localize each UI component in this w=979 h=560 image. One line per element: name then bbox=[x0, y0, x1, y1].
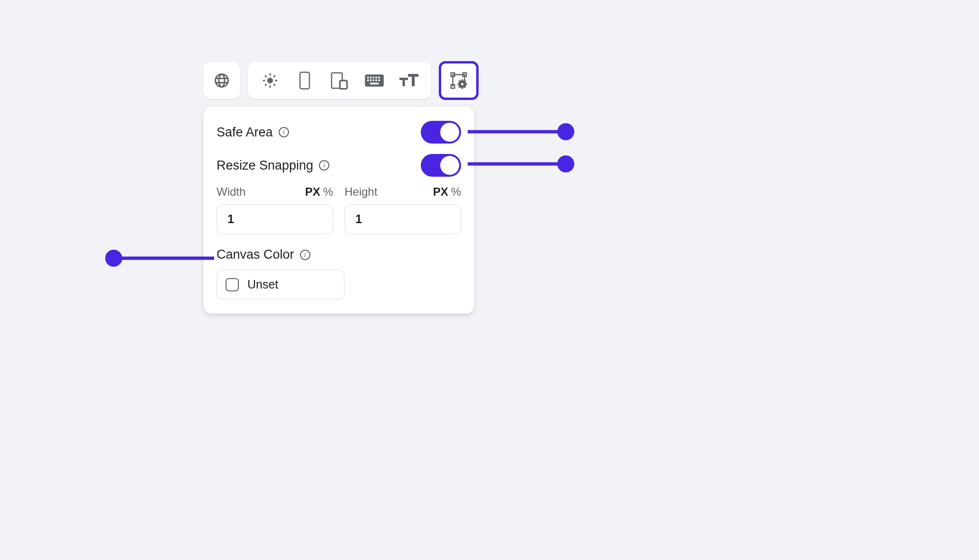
width-column: Width PX % bbox=[217, 185, 333, 234]
text-size-button[interactable] bbox=[393, 62, 425, 99]
height-unit-pct[interactable]: % bbox=[451, 185, 461, 199]
canvas-toolbar bbox=[203, 62, 479, 99]
svg-point-24 bbox=[461, 83, 463, 85]
svg-rect-13 bbox=[378, 77, 380, 79]
height-input[interactable] bbox=[344, 204, 461, 234]
brightness-icon bbox=[262, 72, 279, 89]
height-column: Height PX % bbox=[344, 185, 461, 234]
color-swatch-icon bbox=[226, 278, 239, 291]
svg-point-26 bbox=[557, 123, 574, 140]
svg-rect-3 bbox=[300, 72, 309, 89]
canvas-settings-button[interactable] bbox=[439, 61, 479, 100]
width-unit-px[interactable]: PX bbox=[305, 185, 320, 199]
keyboard-icon bbox=[364, 73, 384, 88]
svg-point-28 bbox=[557, 155, 574, 172]
svg-rect-12 bbox=[375, 77, 377, 79]
svg-point-0 bbox=[216, 74, 228, 87]
svg-rect-17 bbox=[375, 80, 377, 81]
phone-icon bbox=[297, 71, 312, 90]
canvas-settings-icon bbox=[449, 71, 468, 90]
svg-rect-9 bbox=[367, 77, 369, 79]
responsive-icon bbox=[330, 71, 349, 90]
info-icon[interactable]: i bbox=[300, 250, 310, 260]
svg-rect-19 bbox=[370, 83, 379, 85]
height-unit-px[interactable]: PX bbox=[433, 185, 448, 199]
svg-point-2 bbox=[267, 78, 273, 83]
globe-icon bbox=[213, 72, 230, 89]
width-label: Width bbox=[217, 185, 245, 199]
resize-snapping-toggle[interactable] bbox=[421, 154, 461, 177]
info-icon[interactable]: i bbox=[279, 127, 289, 137]
width-unit-pct[interactable]: % bbox=[323, 185, 333, 199]
keyboard-button[interactable] bbox=[358, 62, 390, 99]
resize-snapping-row: Resize Snapping i bbox=[217, 153, 461, 178]
text-size-icon bbox=[399, 73, 418, 88]
canvas-settings-panel: Safe Area i Resize Snapping i Width PX % bbox=[203, 107, 474, 314]
resize-snapping-label: Resize Snapping bbox=[217, 158, 313, 173]
svg-rect-10 bbox=[370, 77, 372, 79]
height-label: Height bbox=[344, 185, 377, 199]
info-icon[interactable]: i bbox=[319, 160, 329, 171]
svg-rect-15 bbox=[370, 80, 372, 81]
annotation-callout bbox=[468, 123, 574, 140]
device-phone-button[interactable] bbox=[289, 62, 321, 99]
locale-button[interactable] bbox=[203, 62, 240, 99]
safe-area-row: Safe Area i bbox=[217, 120, 461, 145]
svg-rect-11 bbox=[372, 77, 374, 79]
svg-rect-14 bbox=[367, 80, 369, 81]
svg-point-29 bbox=[105, 250, 122, 267]
safe-area-label: Safe Area bbox=[217, 125, 273, 140]
svg-rect-6 bbox=[340, 81, 347, 89]
brightness-button[interactable] bbox=[254, 62, 286, 99]
width-input[interactable] bbox=[217, 204, 333, 234]
annotation-callout bbox=[468, 155, 574, 172]
canvas-color-value: Unset bbox=[247, 278, 278, 291]
svg-point-1 bbox=[219, 74, 225, 87]
annotation-callout bbox=[105, 250, 214, 267]
svg-rect-18 bbox=[378, 80, 380, 81]
canvas-color-label: Canvas Color bbox=[217, 247, 294, 262]
safe-area-toggle[interactable] bbox=[421, 121, 461, 144]
svg-rect-16 bbox=[372, 80, 374, 81]
canvas-color-picker[interactable]: Unset bbox=[217, 270, 344, 299]
responsive-button[interactable] bbox=[324, 62, 355, 99]
view-toolbar-group bbox=[248, 62, 431, 99]
